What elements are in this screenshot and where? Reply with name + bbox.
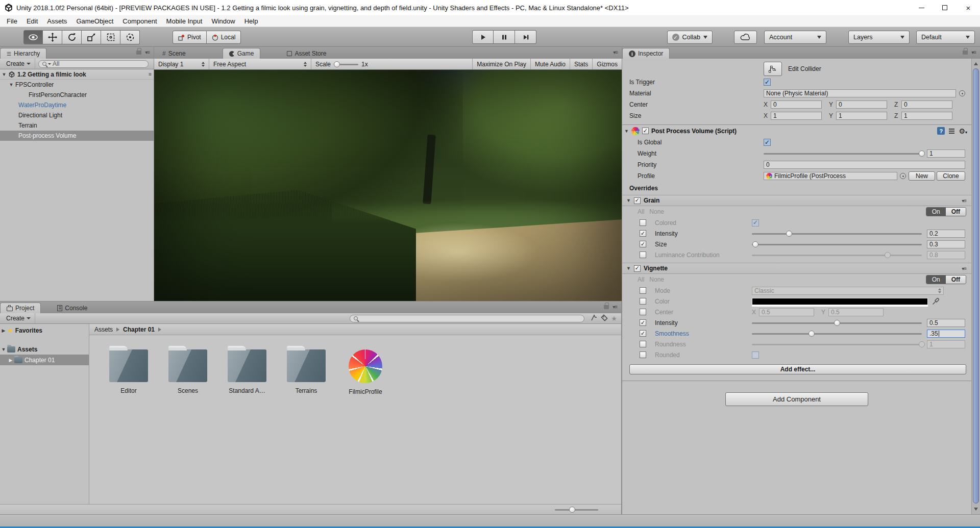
priority-field[interactable]: 0 bbox=[764, 161, 965, 169]
maximize-on-play-button[interactable]: Maximize On Play bbox=[472, 59, 531, 69]
component-enabled-checkbox[interactable] bbox=[642, 128, 649, 134]
size-x-field[interactable]: 1 bbox=[771, 112, 822, 120]
grain-all-link[interactable]: All bbox=[638, 208, 644, 215]
foldout-icon[interactable]: ▼ bbox=[0, 347, 7, 352]
center-x-field[interactable]: 0 bbox=[771, 100, 822, 109]
hierarchy-item-fpscontroller[interactable]: ▼ FPSController bbox=[0, 80, 154, 90]
pause-button[interactable] bbox=[494, 30, 515, 44]
vignette-roundness-field[interactable]: 1 bbox=[927, 340, 965, 348]
grain-none-link[interactable]: None bbox=[649, 208, 664, 215]
menu-file[interactable]: File bbox=[2, 17, 22, 25]
project-search-input[interactable] bbox=[350, 315, 584, 322]
grain-intensity-field[interactable]: 0.2 bbox=[927, 230, 965, 238]
vignette-smoothness-slider[interactable] bbox=[752, 330, 922, 338]
vignette-center-y-field[interactable]: 0.5 bbox=[828, 308, 884, 316]
override-checkbox[interactable] bbox=[640, 219, 646, 226]
asset-filmic-profile[interactable]: FilmicProfile bbox=[346, 349, 385, 395]
local-button[interactable]: Local bbox=[207, 31, 241, 44]
grain-size-slider[interactable] bbox=[752, 240, 922, 248]
size-z-field[interactable]: 1 bbox=[901, 112, 952, 120]
close-button[interactable]: × bbox=[957, 0, 980, 15]
tab-asset-store[interactable]: Asset Store bbox=[281, 48, 332, 59]
vignette-intensity-slider[interactable] bbox=[752, 319, 922, 327]
override-checkbox[interactable] bbox=[640, 241, 646, 247]
grain-luminance-slider[interactable] bbox=[752, 251, 922, 259]
view-tool-button[interactable] bbox=[23, 30, 43, 44]
menu-mobile-input[interactable]: Mobile Input bbox=[162, 17, 207, 25]
override-checkbox[interactable] bbox=[640, 341, 646, 347]
menu-component[interactable]: Component bbox=[118, 17, 161, 25]
vignette-enabled-checkbox[interactable] bbox=[634, 265, 641, 272]
profile-field[interactable]: FilmicProfile (PostProcess bbox=[764, 172, 897, 180]
grain-off-button[interactable]: Off bbox=[946, 208, 966, 216]
vignette-smoothness-field[interactable]: .35 bbox=[927, 330, 965, 338]
vignette-section-header[interactable]: ▼ Vignette ▾≡ bbox=[622, 263, 971, 274]
center-z-field[interactable]: 0 bbox=[901, 100, 952, 109]
vignette-on-button[interactable]: On bbox=[926, 275, 946, 284]
vignette-center-x-field[interactable]: 0.5 bbox=[759, 308, 814, 316]
vignette-intensity-field[interactable]: 0.5 bbox=[927, 319, 965, 327]
object-picker-icon[interactable] bbox=[959, 90, 965, 96]
hierarchy-item-waterprodaytime[interactable]: WaterProDaytime bbox=[0, 100, 154, 110]
hierarchy-create-button[interactable]: Create bbox=[2, 59, 35, 69]
maximize-button[interactable] bbox=[933, 0, 957, 15]
asset-folder-standard-assets[interactable]: Standard A… bbox=[227, 349, 267, 394]
breadcrumb-root[interactable]: Assets bbox=[94, 326, 113, 333]
override-checkbox[interactable] bbox=[640, 287, 646, 294]
vignette-onoff-toggle[interactable]: On Off bbox=[926, 275, 966, 284]
asset-folder-editor[interactable]: Editor bbox=[109, 349, 149, 394]
cloud-button[interactable] bbox=[734, 31, 757, 44]
tree-item-assets[interactable]: ▼ Assets bbox=[0, 344, 89, 355]
size-y-field[interactable]: 1 bbox=[836, 112, 887, 120]
foldout-icon[interactable]: ▼ bbox=[0, 72, 8, 77]
tab-game[interactable]: Game bbox=[223, 48, 261, 59]
scene-menu-icon[interactable]: ≡ bbox=[149, 71, 152, 77]
layers-dropdown[interactable]: Layers bbox=[848, 31, 910, 44]
scale-tool-button[interactable] bbox=[82, 30, 101, 44]
foldout-icon[interactable]: ▼ bbox=[624, 129, 629, 134]
search-by-label-icon[interactable] bbox=[601, 314, 608, 323]
help-icon[interactable]: ? bbox=[937, 127, 945, 135]
override-checkbox[interactable] bbox=[640, 351, 646, 358]
game-viewport[interactable] bbox=[154, 70, 622, 301]
lock-icon[interactable] bbox=[604, 305, 609, 309]
tab-scene[interactable]: # Scene bbox=[156, 48, 192, 59]
lock-icon[interactable] bbox=[136, 51, 141, 55]
vignette-color-swatch[interactable] bbox=[752, 298, 928, 305]
gizmos-dropdown[interactable]: Gizmos bbox=[593, 59, 622, 69]
breadcrumb-current[interactable]: Chapter 01 bbox=[123, 326, 155, 333]
rotate-tool-button[interactable] bbox=[62, 30, 82, 44]
is-trigger-checkbox[interactable] bbox=[764, 79, 771, 86]
panel-menu-icon[interactable]: ▾≡ bbox=[971, 49, 976, 55]
favorite-star-icon[interactable]: ★ bbox=[611, 315, 617, 322]
foldout-icon[interactable]: ▶ bbox=[0, 328, 7, 333]
profile-clone-button[interactable]: Clone bbox=[937, 171, 965, 181]
override-checkbox[interactable] bbox=[640, 230, 646, 237]
tab-inspector[interactable]: i Inspector bbox=[622, 48, 670, 59]
tab-hierarchy[interactable]: ☰ Hierarchy bbox=[0, 48, 46, 59]
section-menu-icon[interactable]: ▾≡ bbox=[962, 198, 966, 204]
menu-help[interactable]: Help bbox=[240, 17, 263, 25]
hierarchy-search-input[interactable]: All bbox=[38, 60, 149, 68]
pivot-button[interactable]: Pivot bbox=[173, 31, 207, 44]
vignette-all-link[interactable]: All bbox=[638, 276, 644, 283]
tree-item-favorites[interactable]: ▶ ★ Favorites bbox=[0, 325, 89, 336]
vignette-roundness-slider[interactable] bbox=[752, 340, 922, 348]
panel-menu-icon[interactable]: ▾≡ bbox=[613, 49, 618, 55]
search-by-type-icon[interactable] bbox=[591, 314, 598, 323]
eyedropper-icon[interactable] bbox=[932, 298, 939, 305]
grain-size-field[interactable]: 0.3 bbox=[927, 240, 965, 248]
edit-collider-button[interactable] bbox=[764, 62, 782, 76]
menu-window[interactable]: Window bbox=[207, 17, 239, 25]
grain-on-button[interactable]: On bbox=[926, 208, 946, 216]
hierarchy-item-firstpersoncharacter[interactable]: FirstPersonCharacter bbox=[0, 90, 154, 100]
thumbnail-zoom-slider[interactable] bbox=[555, 506, 598, 513]
foldout-icon[interactable]: ▼ bbox=[626, 266, 631, 271]
move-tool-button[interactable] bbox=[43, 30, 62, 44]
tab-project[interactable]: Project bbox=[0, 303, 41, 313]
override-checkbox[interactable] bbox=[640, 298, 646, 305]
lock-icon[interactable] bbox=[963, 51, 968, 55]
menu-edit[interactable]: Edit bbox=[22, 17, 42, 25]
profile-new-button[interactable]: New bbox=[909, 171, 935, 181]
scroll-down-icon[interactable] bbox=[972, 505, 980, 513]
